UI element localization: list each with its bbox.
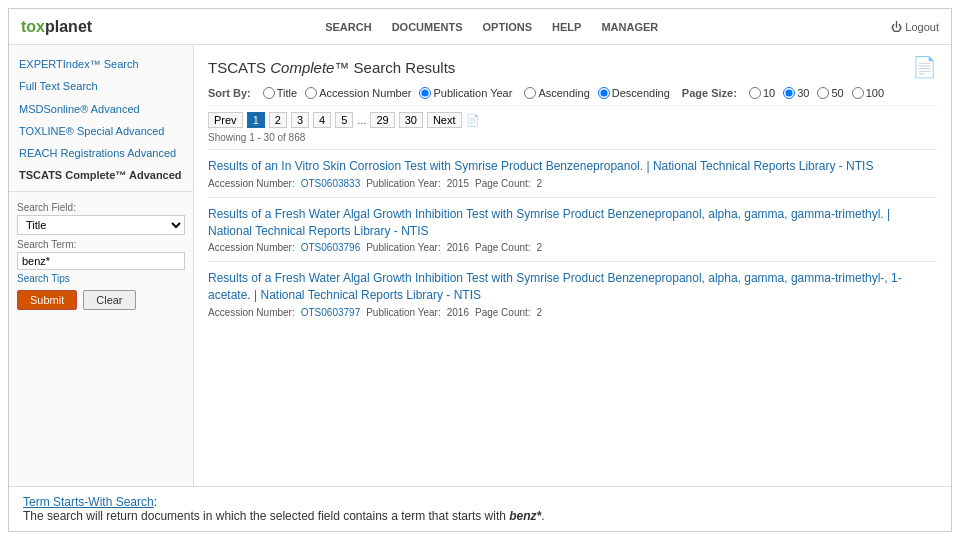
page-30-button[interactable]: 30 [399,112,423,128]
sidebar-item-msdsonline[interactable]: MSDSonline® Advanced [9,98,193,120]
page-2-button[interactable]: 2 [269,112,287,128]
page-title: TSCATS Complete™ Search Results [208,59,455,76]
order-radio-group: Ascending Descending [524,87,669,99]
sidebar-item-tscats[interactable]: TSCATS Complete™ Advanced [9,164,193,186]
ps-30[interactable]: 30 [783,87,809,99]
nav-options[interactable]: OPTIONS [483,21,533,33]
bold-term: benz* [509,509,541,523]
year-value-1: 2015 [447,178,469,189]
search-field-label: Search Field: [17,202,185,213]
page-title-prefix: TSCATS [208,59,270,76]
page-count-label-1: Page Count: [475,178,531,189]
year-value-3: 2016 [447,307,469,318]
logo: toxplanet [21,18,92,36]
accession-label-1: Accession Number: [208,178,295,189]
year-label-2: Publication Year: [366,242,441,253]
sort-pubyear[interactable]: Publication Year [419,87,512,99]
result-item-3: Results of a Fresh Water Algal Growth In… [208,261,937,326]
search-term-input[interactable] [17,252,185,270]
period: . [541,509,544,523]
sidebar-item-fulltext[interactable]: Full Text Search [9,75,193,97]
sort-radio-group: Title Accession Number Publication Year [263,87,513,99]
sort-title[interactable]: Title [263,87,297,99]
search-term-label: Search Term: [17,239,185,250]
nav-manager[interactable]: MANAGER [601,21,658,33]
page-size-label: Page Size: [682,87,737,99]
prev-button[interactable]: Prev [208,112,243,128]
clear-button[interactable]: Clear [83,290,135,310]
description-row: The search will return documents in whic… [23,509,937,523]
logout-button[interactable]: ⏻ Logout [891,21,939,33]
sidebar-item-reach[interactable]: REACH Registrations Advanced [9,142,193,164]
next-button[interactable]: Next [427,112,462,128]
nav-help[interactable]: HELP [552,21,581,33]
page-5-button[interactable]: 5 [335,112,353,128]
submit-button[interactable]: Submit [17,290,77,310]
sidebar-item-expertindex[interactable]: EXPERTIndex™ Search [9,53,193,75]
order-descending-label: Descending [612,87,670,99]
sort-pubyear-label: Publication Year [433,87,512,99]
ps-100[interactable]: 100 [852,87,884,99]
page-4-button[interactable]: 4 [313,112,331,128]
result-meta-3: Accession Number: OTS0603797 Publication… [208,307,937,318]
page-title-brand: Complete [270,59,334,76]
accession-label-3: Accession Number: [208,307,295,318]
page-title-row: TSCATS Complete™ Search Results 📄 [208,55,937,79]
sidebar-item-toxline[interactable]: TOXLINE® Special Advanced [9,120,193,142]
order-ascending-label: Ascending [538,87,589,99]
nav-search[interactable]: SEARCH [325,21,371,33]
top-nav: toxplanet SEARCH DOCUMENTS OPTIONS HELP … [9,9,951,45]
sidebar: EXPERTIndex™ Search Full Text Search MSD… [9,45,194,486]
year-label-3: Publication Year: [366,307,441,318]
sort-accession[interactable]: Accession Number [305,87,411,99]
sort-by-label: Sort By: [208,87,251,99]
result-meta-1: Accession Number: OTS0603833 Publication… [208,178,937,189]
page-ellipsis: ... [357,114,366,126]
ps-10[interactable]: 10 [749,87,775,99]
page-29-button[interactable]: 29 [370,112,394,128]
showing-text: Showing 1 - 30 of 868 [208,132,937,143]
search-field-section: Search Field: Title Accession Number Aut… [9,196,193,316]
accession-value-3[interactable]: OTS0603797 [301,307,361,318]
term-starts-link[interactable]: Term Starts-With Search [23,495,154,509]
result-meta-2: Accession Number: OTS0603796 Publication… [208,242,937,253]
page-size-group: 10 30 50 100 [749,87,884,99]
page-3-button[interactable]: 3 [291,112,309,128]
pdf-page-icon: 📄 [466,114,480,127]
year-label-1: Publication Year: [366,178,441,189]
term-starts-row: Term Starts-With Search: [23,495,937,509]
page-count-value-1: 2 [537,178,543,189]
main-area: EXPERTIndex™ Search Full Text Search MSD… [9,45,951,486]
description-text: The search will return documents in whic… [23,509,509,523]
ps-50[interactable]: 50 [817,87,843,99]
result-title-3[interactable]: Results of a Fresh Water Algal Growth In… [208,270,937,304]
sort-accession-label: Accession Number [319,87,411,99]
sidebar-divider [9,191,193,192]
logo-tox: tox [21,18,45,35]
nav-links: SEARCH DOCUMENTS OPTIONS HELP MANAGER [325,21,658,33]
nav-documents[interactable]: DOCUMENTS [392,21,463,33]
accession-value-2[interactable]: OTS0603796 [301,242,361,253]
result-item-2: Results of a Fresh Water Algal Growth In… [208,197,937,262]
year-value-2: 2016 [447,242,469,253]
search-btn-row: Submit Clear [17,290,185,310]
result-title-1[interactable]: Results of an In Vitro Skin Corrosion Te… [208,158,937,175]
pdf-icon[interactable]: 📄 [912,55,937,79]
search-tips-link[interactable]: Search Tips [17,273,185,284]
app-frame: toxplanet SEARCH DOCUMENTS OPTIONS HELP … [0,0,960,540]
accession-value-1[interactable]: OTS0603833 [301,178,361,189]
bottom-text-section: Term Starts-With Search: The search will… [9,486,951,531]
logo-planet: planet [45,18,92,35]
accession-label-2: Accession Number: [208,242,295,253]
page-count-value-3: 2 [537,307,543,318]
result-item-1: Results of an In Vitro Skin Corrosion Te… [208,149,937,197]
page-title-suffix: ™ Search Results [334,59,455,76]
result-title-2[interactable]: Results of a Fresh Water Algal Growth In… [208,206,937,240]
order-descending[interactable]: Descending [598,87,670,99]
controls-row: Sort By: Title Accession Number Publicat… [208,87,937,106]
page-count-label-3: Page Count: [475,307,531,318]
order-ascending[interactable]: Ascending [524,87,589,99]
search-field-select[interactable]: Title Accession Number Author Subject [17,215,185,235]
page-1-button[interactable]: 1 [247,112,265,128]
sort-title-label: Title [277,87,297,99]
